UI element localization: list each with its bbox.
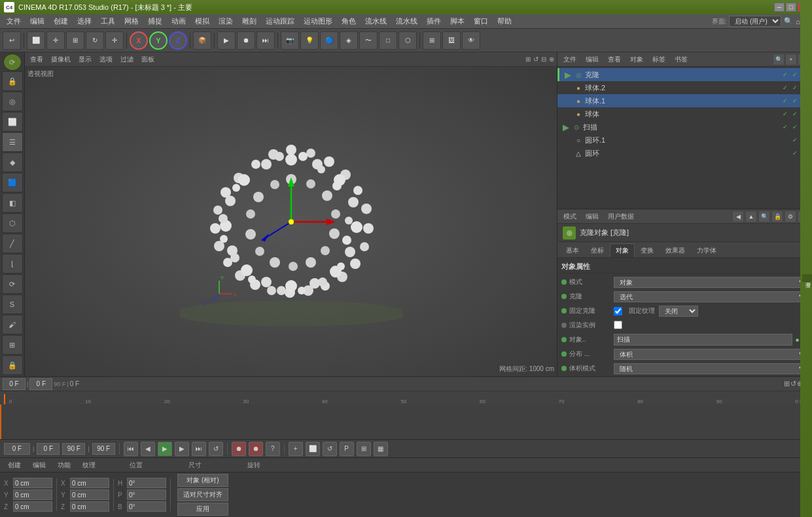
left-btn-4[interactable]: ☰ <box>2 132 23 152</box>
select-tool[interactable]: ⬜ <box>27 31 45 50</box>
camera-perspective[interactable]: 📷 <box>281 31 299 50</box>
nurbs-tool[interactable]: □ <box>379 31 397 50</box>
attr-nav-prev[interactable]: ◀ <box>732 211 744 223</box>
menu-motion-graph[interactable]: 运动图形 <box>300 15 336 27</box>
menu-script[interactable]: 脚本 <box>446 15 468 27</box>
spline-tool[interactable]: 〜 <box>359 31 378 50</box>
bottom-create[interactable]: 创建 <box>4 460 25 471</box>
attr-tab-transform[interactable]: 变换 <box>635 243 660 257</box>
obj-row-sphere[interactable]: ● 球体 ✓ ✓ ● <box>557 107 812 120</box>
menu-sculpt[interactable]: 雕刻 <box>238 15 260 27</box>
flag-check-1[interactable]: ✓ <box>781 109 790 118</box>
undo-button[interactable]: ↩ <box>3 31 21 50</box>
obj-menu-view[interactable]: 查看 <box>605 54 624 65</box>
menu-file[interactable]: 文件 <box>3 15 25 27</box>
rotate-tool[interactable]: ↻ <box>86 31 104 50</box>
viewport-nav-icon3[interactable]: ⊟ <box>541 56 546 63</box>
play-button[interactable]: ▶ <box>158 442 172 456</box>
flag-check-1[interactable]: ✓ <box>781 96 790 105</box>
material-tool[interactable]: 🔵 <box>320 31 338 50</box>
vp-view[interactable]: 查看 <box>27 54 46 65</box>
obj-hdr-add[interactable]: + <box>785 54 797 65</box>
timeline-icon2[interactable]: ↺ <box>790 380 796 388</box>
playback-current[interactable] <box>37 443 60 455</box>
attr-select-dist[interactable]: 体积 <box>614 349 808 360</box>
light-tool[interactable]: 💡 <box>300 31 319 50</box>
obj-ref-pick-icon[interactable]: ● <box>795 336 800 344</box>
flag-check-1[interactable]: ✓ <box>781 83 790 92</box>
menu-edit[interactable]: 编辑 <box>26 15 48 27</box>
rot-b-input[interactable] <box>127 501 166 512</box>
menu-window[interactable]: 窗口 <box>470 15 492 27</box>
flag-check-1[interactable]: ✓ <box>790 149 800 158</box>
flag-check-2[interactable]: ✓ <box>790 122 800 132</box>
menu-mesh[interactable]: 网格 <box>120 15 143 27</box>
menu-help[interactable]: 帮助 <box>493 15 516 27</box>
render-view[interactable]: 🖼 <box>442 31 461 50</box>
menu-snap[interactable]: 捕捉 <box>144 15 166 27</box>
menu-tools[interactable]: 工具 <box>97 15 119 27</box>
y-axis-button[interactable]: Y <box>149 31 168 50</box>
vp-panel[interactable]: 面板 <box>139 54 157 65</box>
frame-mode-button[interactable]: ▦ <box>374 442 388 456</box>
bottom-edit[interactable]: 编辑 <box>29 460 50 471</box>
playback-start[interactable] <box>4 443 30 455</box>
bottom-function[interactable]: 功能 <box>54 460 75 471</box>
vp-camera[interactable]: 摄像机 <box>48 54 73 65</box>
left-btn-10[interactable]: ⟳ <box>2 274 23 294</box>
flag-check-2[interactable]: ✓ <box>790 83 800 92</box>
obj-menu-edit[interactable]: 编辑 <box>582 54 602 65</box>
go-start-button[interactable]: ⏮ <box>124 442 138 456</box>
rot-h-input[interactable] <box>127 478 166 488</box>
obj-menu-file[interactable]: 文件 <box>560 54 580 65</box>
obj-row-sphere1[interactable]: ● 球体.1 ✓ ✓ ● <box>557 94 812 107</box>
fixed-texture-select[interactable]: 关闭 <box>659 306 698 317</box>
attr-select-mode[interactable]: 对象 <box>614 277 808 288</box>
clone-expand-icon[interactable]: ▶ <box>565 70 571 80</box>
left-btn-cube[interactable]: 🟦 <box>2 173 23 192</box>
playback-end1[interactable] <box>62 443 85 455</box>
prev-frame-button[interactable]: ◀ <box>141 442 155 456</box>
left-btn-paint[interactable]: 🖌 <box>2 315 23 334</box>
object-relative-button[interactable]: 对象 (相对) <box>177 474 228 487</box>
flag-check-1[interactable]: ✓ <box>781 122 790 132</box>
vp-display[interactable]: 显示 <box>76 54 94 65</box>
interface-select[interactable]: 启动 (用户) <box>729 16 781 27</box>
obj-menu-tag[interactable]: 标签 <box>649 54 669 65</box>
left-btn-grid[interactable]: ⊞ <box>2 335 23 355</box>
apply-button[interactable]: 应用 <box>177 503 228 516</box>
attr-select-clone[interactable]: 选代 <box>614 291 808 302</box>
add-key-button[interactable]: + <box>289 442 303 456</box>
attr-mode[interactable]: 模式 <box>560 211 580 222</box>
attr-nav-up[interactable]: ▲ <box>745 211 757 223</box>
attr-userdata[interactable]: 用户数据 <box>605 211 637 222</box>
timeline-start-input[interactable] <box>3 378 26 390</box>
rot-p-input[interactable] <box>127 490 166 500</box>
key-options-button[interactable]: P <box>340 442 354 456</box>
obj-menu-bookmark[interactable]: 书签 <box>671 54 691 65</box>
render-inst-checkbox[interactable] <box>614 321 622 329</box>
help-button[interactable]: ? <box>266 442 280 456</box>
record-button[interactable]: ⏺ <box>232 442 246 456</box>
attr-tab-dynamics[interactable]: 力学体 <box>691 243 722 257</box>
z-axis-button[interactable]: Z <box>169 31 187 50</box>
obj-row-scan[interactable]: ▶ ⊙ 扫描 ✓ ✓ ● <box>557 120 812 134</box>
go-end-button[interactable]: ⏭ <box>192 442 206 456</box>
flag-check-2[interactable]: ✓ <box>790 109 800 118</box>
menu-motion-track[interactable]: 运动跟踪 <box>262 15 298 27</box>
menu-pipeline2[interactable]: 流水线 <box>392 15 421 27</box>
scan-expand-icon[interactable]: ▶ <box>563 122 569 132</box>
right-edge-tab-1[interactable]: 渐变 <box>802 274 812 282</box>
menu-render[interactable]: 渲染 <box>215 15 237 27</box>
transform-tool[interactable]: ✛ <box>105 31 124 50</box>
menu-plugin[interactable]: 插件 <box>423 15 445 27</box>
obj-row-circle1[interactable]: ○ 圆环.1 ✓ ✓ <box>557 134 812 147</box>
attr-tab-effector[interactable]: 效果器 <box>660 243 691 257</box>
menu-select[interactable]: 选择 <box>73 15 96 27</box>
obj-row-clone[interactable]: ▶ ◎ 克隆 ✓ ✓ ● <box>557 68 812 81</box>
attr-tab-object[interactable]: 对象 <box>610 243 635 257</box>
obj-hdr-search[interactable]: 🔍 <box>773 54 785 65</box>
bottom-texture[interactable]: 纹理 <box>79 460 99 471</box>
home-icon[interactable]: ⌂ <box>796 18 800 26</box>
apply-size-button[interactable]: 适对尺寸对齐 <box>177 488 228 501</box>
